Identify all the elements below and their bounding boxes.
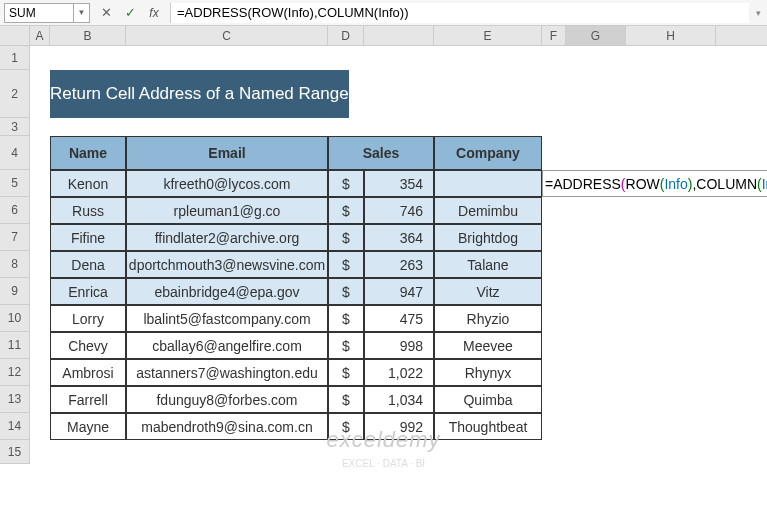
table-header-email[interactable]: Email <box>126 136 328 170</box>
column-header[interactable]: F <box>542 26 566 45</box>
table-row: 11Chevycballay6@angelfire.com$998Meevee <box>0 332 767 359</box>
cell-name[interactable]: Fifine <box>50 224 126 251</box>
column-header[interactable]: D <box>328 26 364 45</box>
cell-sales[interactable]: 475 <box>364 305 434 332</box>
row-header[interactable]: 14 <box>0 413 30 440</box>
row-header[interactable]: 11 <box>0 332 30 359</box>
cell-company[interactable]: Meevee <box>434 332 542 359</box>
row-header[interactable]: 7 <box>0 224 30 251</box>
cell-currency[interactable]: $ <box>328 332 364 359</box>
cell-name[interactable]: Mayne <box>50 413 126 440</box>
column-header[interactable]: C <box>126 26 328 45</box>
row-header[interactable]: 6 <box>0 197 30 224</box>
cell-currency[interactable]: $ <box>328 251 364 278</box>
cell-currency[interactable]: $ <box>328 305 364 332</box>
cell-currency[interactable]: $ <box>328 170 364 197</box>
cell-name[interactable]: Lorry <box>50 305 126 332</box>
row-header[interactable]: 5 <box>0 170 30 197</box>
table-row: 14Maynemabendroth9@sina.com.cn$992Though… <box>0 413 767 440</box>
cell-name[interactable]: Kenon <box>50 170 126 197</box>
cell-currency[interactable]: $ <box>328 386 364 413</box>
cell-email[interactable]: kfreeth0@lycos.com <box>126 170 328 197</box>
row-header[interactable]: 4 <box>0 136 30 170</box>
cell-sales[interactable]: 263 <box>364 251 434 278</box>
cell-name[interactable]: Farrell <box>50 386 126 413</box>
table-row: 5Kenonkfreeth0@lycos.com$354=ADDRESS(ROW… <box>0 170 767 197</box>
cell-currency[interactable]: $ <box>328 359 364 386</box>
row-header[interactable]: 13 <box>0 386 30 413</box>
name-box-input[interactable] <box>4 3 74 23</box>
table-row: 6Russrpleuman1@g.co$746Demimbu <box>0 197 767 224</box>
cell-company[interactable]: Vitz <box>434 278 542 305</box>
row-header[interactable]: 15 <box>0 440 30 464</box>
cell-name[interactable]: Ambrosi <box>50 359 126 386</box>
row-header[interactable]: 1 <box>0 46 30 70</box>
table-row: 13Farrellfdunguy8@forbes.com$1,034Quimba <box>0 386 767 413</box>
cell-company[interactable]: Brightdog <box>434 224 542 251</box>
table-header-company[interactable]: Company <box>434 136 542 170</box>
cell-email[interactable]: rpleuman1@g.co <box>126 197 328 224</box>
formula-input[interactable] <box>170 3 749 23</box>
cell-sales[interactable]: 364 <box>364 224 434 251</box>
spreadsheet-grid: A B C D E F G H 1 2 Return Cell Address … <box>0 26 767 464</box>
cell-sales[interactable]: 998 <box>364 332 434 359</box>
cell-sales[interactable]: 746 <box>364 197 434 224</box>
expand-formula-bar-icon[interactable]: ▾ <box>749 8 767 18</box>
cell-name[interactable]: Enrica <box>50 278 126 305</box>
formula-bar: ▼ ✕ ✓ fx ▾ <box>0 0 767 26</box>
row-header[interactable]: 9 <box>0 278 30 305</box>
cell-email[interactable]: fdunguy8@forbes.com <box>126 386 328 413</box>
cell-name[interactable]: Dena <box>50 251 126 278</box>
cell-currency[interactable]: $ <box>328 413 364 440</box>
table-row: 10Lorrylbalint5@fastcompany.com$475Rhyzi… <box>0 305 767 332</box>
column-header[interactable]: E <box>434 26 542 45</box>
cell-currency[interactable]: $ <box>328 197 364 224</box>
column-headers: A B C D E F G H <box>0 26 767 46</box>
cell-sales[interactable]: 1,034 <box>364 386 434 413</box>
cell-company[interactable]: Quimba <box>434 386 542 413</box>
table-header-name[interactable]: Name <box>50 136 126 170</box>
column-header[interactable]: B <box>50 26 126 45</box>
select-all-corner[interactable] <box>0 26 30 45</box>
cell-company[interactable]: Talane <box>434 251 542 278</box>
cancel-formula-icon[interactable]: ✕ <box>94 3 118 23</box>
cell-company[interactable]: Rhyzio <box>434 305 542 332</box>
table-row: 12Ambrosiastanners7@washington.edu$1,022… <box>0 359 767 386</box>
cell-name[interactable]: Chevy <box>50 332 126 359</box>
formula-overlay[interactable]: =ADDRESS(ROW(Info),COLUMN(Info)) <box>542 170 767 197</box>
name-box: ▼ <box>0 3 94 23</box>
cell-email[interactable]: dportchmouth3@newsvine.com <box>126 251 328 278</box>
row-header[interactable]: 3 <box>0 118 30 136</box>
cell-email[interactable]: lbalint5@fastcompany.com <box>126 305 328 332</box>
cell-email[interactable]: ebainbridge4@epa.gov <box>126 278 328 305</box>
row-header[interactable]: 10 <box>0 305 30 332</box>
cell-currency[interactable]: $ <box>328 278 364 305</box>
cell-company[interactable]: Thoughtbeat <box>434 413 542 440</box>
table-row: 7Fifineffindlater2@archive.org$364Bright… <box>0 224 767 251</box>
column-header[interactable]: G <box>566 26 626 45</box>
cell-sales[interactable]: 992 <box>364 413 434 440</box>
cell-sales[interactable]: 1,022 <box>364 359 434 386</box>
cell-sales[interactable]: 354 <box>364 170 434 197</box>
cell-name[interactable]: Russ <box>50 197 126 224</box>
cell-email[interactable]: mabendroth9@sina.com.cn <box>126 413 328 440</box>
cell-sales[interactable]: 947 <box>364 278 434 305</box>
cell-email[interactable]: astanners7@washington.edu <box>126 359 328 386</box>
column-header[interactable]: H <box>626 26 716 45</box>
table-row: 8Denadportchmouth3@newsvine.com$263Talan… <box>0 251 767 278</box>
cell-email[interactable]: ffindlater2@archive.org <box>126 224 328 251</box>
column-header[interactable] <box>364 26 434 45</box>
fx-icon[interactable]: fx <box>142 3 166 23</box>
column-header[interactable]: A <box>30 26 50 45</box>
cell-currency[interactable]: $ <box>328 224 364 251</box>
row-header[interactable]: 8 <box>0 251 30 278</box>
cell-company[interactable]: Rhynyx <box>434 359 542 386</box>
name-box-dropdown-icon[interactable]: ▼ <box>74 3 90 23</box>
row-header[interactable]: 12 <box>0 359 30 386</box>
row-header[interactable]: 2 <box>0 70 30 118</box>
table-header-sales[interactable]: Sales <box>328 136 434 170</box>
accept-formula-icon[interactable]: ✓ <box>118 3 142 23</box>
cell-company[interactable] <box>434 170 542 197</box>
cell-email[interactable]: cballay6@angelfire.com <box>126 332 328 359</box>
cell-company[interactable]: Demimbu <box>434 197 542 224</box>
